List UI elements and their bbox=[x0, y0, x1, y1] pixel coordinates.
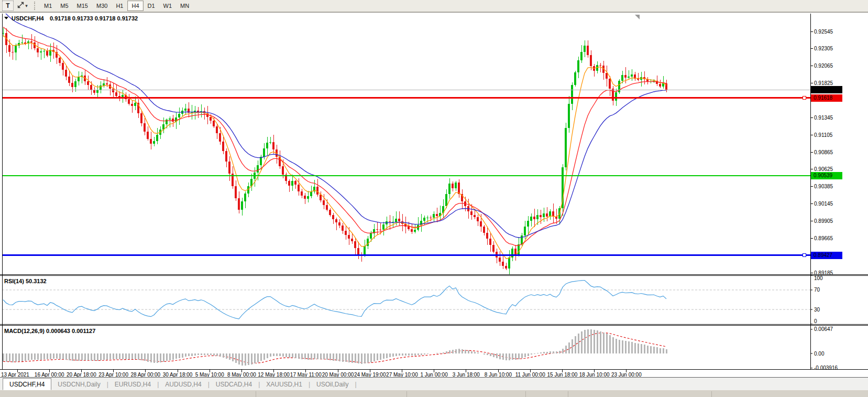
svg-text:0.89427: 0.89427 bbox=[814, 252, 833, 258]
chart-tab-usdcnh[interactable]: USDCNH,Daily bbox=[51, 379, 106, 390]
status-bar-separator bbox=[406, 391, 407, 397]
svg-text:0.00647: 0.00647 bbox=[814, 326, 833, 332]
rsi-line bbox=[3, 281, 666, 319]
timeframe-button-m5[interactable]: M5 bbox=[56, 1, 72, 11]
svg-text:100: 100 bbox=[814, 275, 823, 281]
svg-text:0.91618: 0.91618 bbox=[814, 95, 833, 101]
chevron-down-icon: ▾ bbox=[25, 4, 28, 8]
svg-text:0: 0 bbox=[814, 318, 817, 324]
svg-text:0.90625: 0.90625 bbox=[814, 166, 833, 172]
chart-ohlc-values: 0.91718 0.91733 0.91718 0.91732 bbox=[50, 15, 138, 22]
timeframe-button-w1[interactable]: W1 bbox=[159, 1, 177, 11]
svg-text:0.92305: 0.92305 bbox=[814, 46, 833, 51]
rsi-pane: 10070300 bbox=[2, 275, 823, 324]
svg-text:0.91732: 0.91732 bbox=[814, 87, 833, 93]
chart-canvas[interactable]: 0.925450.923050.920650.918250.913450.911… bbox=[0, 12, 868, 378]
svg-text:0.90865: 0.90865 bbox=[814, 149, 833, 155]
macd-pane: 0.006470.00-0.003916 bbox=[3, 326, 838, 371]
toolbar-grip[interactable] bbox=[34, 2, 37, 10]
svg-text:70: 70 bbox=[814, 287, 820, 293]
chart-tab-audusd[interactable]: AUDUSD,H4 bbox=[159, 379, 207, 390]
chart-tab-usdcad[interactable]: USDCAD,H4 bbox=[210, 379, 258, 390]
candles-layer bbox=[2, 28, 667, 276]
status-bar-separator bbox=[525, 391, 526, 397]
pane-borders bbox=[0, 14, 868, 370]
svg-text:0.89905: 0.89905 bbox=[814, 218, 833, 224]
svg-text:0.89665: 0.89665 bbox=[814, 235, 833, 241]
ma-medium-line bbox=[3, 27, 666, 246]
macd-indicator-label: MACD(12,26,9) 0.000643 0.001127 bbox=[4, 328, 95, 334]
timeframe-button-m1[interactable]: M1 bbox=[40, 1, 56, 11]
price-axis: 0.925450.923050.920650.918250.913450.911… bbox=[810, 29, 833, 276]
crosshair-arrows-button[interactable]: ▾ bbox=[14, 1, 31, 11]
moving-averages-layer bbox=[3, 12, 666, 259]
chart-tab-usoil[interactable]: USOil,Daily bbox=[310, 379, 355, 390]
chart-tab-usdchf[interactable]: USDCHF,H4 bbox=[3, 378, 51, 390]
chart-tab-eurusd[interactable]: EURUSD,H4 bbox=[108, 379, 157, 390]
price-lines-layer: 0.917320.916180.905390.89427 bbox=[2, 86, 842, 259]
svg-text:0.00: 0.00 bbox=[814, 351, 825, 357]
trading-terminal-window: T ▾ M1M5M15M30H1H4D1W1MN 0.925450.923050… bbox=[0, 0, 868, 397]
svg-text:0.92065: 0.92065 bbox=[814, 63, 833, 69]
svg-text:0.90539: 0.90539 bbox=[814, 173, 833, 178]
status-bar bbox=[0, 390, 868, 397]
timeframe-button-h1[interactable]: H1 bbox=[112, 1, 127, 11]
status-bar-separator bbox=[711, 391, 712, 397]
ma-slow-line bbox=[3, 12, 666, 238]
timeframe-button-m15[interactable]: M15 bbox=[73, 1, 92, 11]
svg-text:0.91345: 0.91345 bbox=[814, 115, 833, 121]
diagonal-arrows-icon bbox=[17, 2, 24, 10]
status-bar-separator bbox=[256, 391, 256, 397]
status-bar-separator bbox=[568, 391, 568, 397]
timeframe-button-mn[interactable]: MN bbox=[176, 1, 193, 11]
symbol-dropdown-icon[interactable] bbox=[4, 17, 8, 19]
ma-fast-line bbox=[3, 35, 666, 259]
tab-separator: | bbox=[355, 381, 356, 388]
timeframe-button-h4[interactable]: H4 bbox=[127, 1, 143, 11]
text-tool-button[interactable]: T bbox=[2, 1, 14, 11]
svg-text:0.90145: 0.90145 bbox=[814, 201, 833, 207]
chart-title: USDCHF,H4 bbox=[12, 15, 45, 22]
chart-toolbar: T ▾ M1M5M15M30H1H4D1W1MN bbox=[0, 0, 868, 12]
timeframe-buttons: M1M5M15M30H1H4D1W1MN bbox=[40, 1, 193, 11]
chart-tabs-bar: USDCHF,H4USDCNH,Daily|EURUSD,H4|AUDUSD,H… bbox=[0, 377, 868, 390]
svg-text:-0.003916: -0.003916 bbox=[814, 365, 838, 371]
chart-shift-marker[interactable] bbox=[635, 15, 640, 19]
svg-text:0.91105: 0.91105 bbox=[814, 132, 833, 138]
svg-text:30: 30 bbox=[814, 307, 820, 313]
svg-text:0.91825: 0.91825 bbox=[814, 80, 833, 86]
text-tool-label: T bbox=[6, 2, 9, 9]
rsi-indicator-label: RSI(14) 50.3132 bbox=[4, 278, 47, 284]
svg-text:0.90385: 0.90385 bbox=[814, 184, 833, 189]
time-axis: 13 Apr 202116 Apr 00:0020 Apr 18:0023 Ap… bbox=[1, 370, 642, 378]
chart-tab-xauusd[interactable]: XAUUSD,H1 bbox=[260, 379, 309, 390]
macd-signal-line bbox=[3, 333, 666, 363]
timeframe-button-m30[interactable]: M30 bbox=[92, 1, 112, 11]
timeframe-button-d1[interactable]: D1 bbox=[144, 1, 159, 11]
svg-text:0.92545: 0.92545 bbox=[814, 29, 833, 35]
